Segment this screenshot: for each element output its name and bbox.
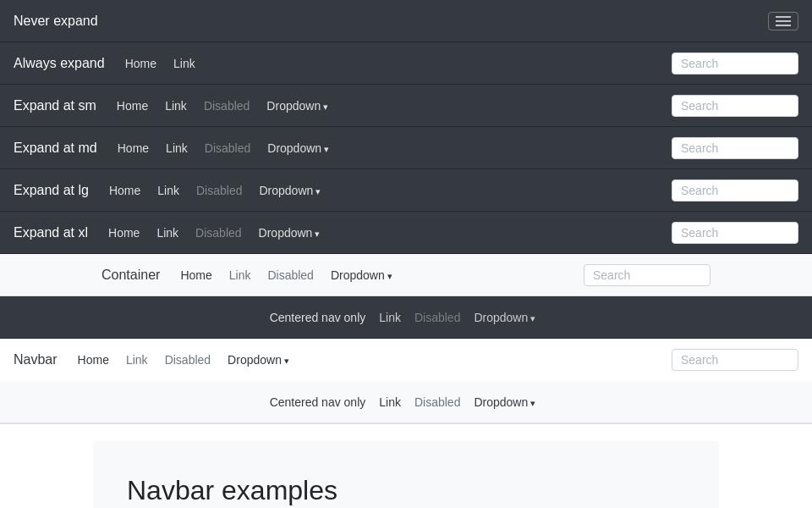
search-area-sm (672, 95, 798, 117)
search-area-md (672, 137, 798, 159)
search-area-xl (672, 222, 798, 244)
nav-link-sm[interactable]: Link (158, 94, 194, 118)
search-input-lg[interactable] (672, 179, 798, 202)
nav-links-xl: Home Link Disabled Dropdown (102, 221, 672, 245)
nav-disabled-md: Disabled (198, 136, 257, 160)
main-content: Navbar examples This example is a quick … (0, 441, 812, 508)
search-area-lg (672, 179, 798, 202)
nav-disabled-lg: Disabled (189, 179, 249, 202)
navbar-never-expand: Never expand (0, 0, 812, 42)
nav-links-white: Home Link Disabled Dropdown (71, 348, 672, 372)
nav-link-xl[interactable]: Link (150, 221, 185, 245)
nav-home-lg[interactable]: Home (102, 179, 147, 202)
nav-disabled-container: Disabled (261, 263, 320, 287)
centered-nav-link-dark[interactable]: Link (372, 306, 408, 329)
nav-home-sm[interactable]: Home (110, 94, 155, 118)
navbar-always-expand: Always expand Home Link (0, 42, 812, 85)
nav-link-md[interactable]: Link (159, 136, 195, 160)
white-section: Navbar Home Link Disabled Dropdown Cente… (0, 339, 812, 424)
search-input-white[interactable] (672, 349, 798, 371)
centered-nav-disabled-dark: Disabled (408, 306, 467, 329)
nav-disabled-sm: Disabled (197, 94, 256, 118)
nav-home-md[interactable]: Home (111, 136, 156, 160)
navbar-expand-lg: Expand at lg Home Link Disabled Dropdown (0, 169, 812, 212)
nav-disabled-white: Disabled (158, 348, 217, 372)
nav-dropdown-lg[interactable]: Dropdown (252, 179, 327, 202)
container-navbar: Container Home Link Disabled Dropdown (0, 254, 812, 296)
search-input-always[interactable] (672, 52, 798, 75)
search-area-container (584, 264, 710, 286)
navbar-brand-sm: Expand at sm (14, 98, 96, 113)
navbar-brand-always-expand: Always expand (14, 56, 105, 71)
white-navbar: Navbar Home Link Disabled Dropdown (0, 339, 812, 381)
navbar-brand-lg: Expand at lg (14, 183, 89, 198)
nav-link-always[interactable]: Link (167, 52, 202, 75)
centered-nav-dark: Centered nav only Link Disabled Dropdown (0, 296, 812, 339)
nav-home-white[interactable]: Home (71, 348, 116, 372)
centered-nav-dropdown-light[interactable]: Dropdown (467, 390, 542, 414)
white-nav-brand: Navbar (14, 352, 58, 367)
search-input-container[interactable] (584, 264, 710, 286)
nav-links-sm: Home Link Disabled Dropdown (110, 94, 672, 118)
nav-dropdown-sm[interactable]: Dropdown (260, 94, 335, 118)
nav-dropdown-white[interactable]: Dropdown (221, 348, 296, 372)
nav-link-white[interactable]: Link (119, 348, 155, 372)
centered-nav-dark-label: Centered nav only (270, 311, 366, 324)
nav-dropdown-container[interactable]: Dropdown (324, 263, 399, 287)
search-input-sm[interactable] (672, 95, 798, 117)
navbar-expand-sm: Expand at sm Home Link Disabled Dropdown (0, 85, 812, 127)
navbar-brand-md: Expand at md (14, 141, 97, 156)
nav-home-container[interactable]: Home (173, 263, 218, 287)
centered-nav-dropdown-dark[interactable]: Dropdown (467, 306, 542, 329)
container-inner: Container Home Link Disabled Dropdown (102, 263, 710, 287)
content-card: Navbar examples This example is a quick … (93, 441, 719, 508)
nav-links-lg: Home Link Disabled Dropdown (102, 179, 672, 202)
nav-dropdown-md[interactable]: Dropdown (261, 136, 336, 160)
content-title: Navbar examples (127, 475, 685, 506)
centered-nav-light: Centered nav only Link Disabled Dropdown (0, 381, 812, 423)
nav-links-container: Home Link Disabled Dropdown (173, 263, 584, 287)
navbar-brand-never-expand: Never expand (14, 14, 98, 29)
nav-home-always[interactable]: Home (118, 52, 163, 75)
container-brand: Container (102, 268, 160, 283)
nav-link-lg[interactable]: Link (151, 179, 186, 202)
search-input-xl[interactable] (672, 222, 798, 244)
navbar-expand-md: Expand at md Home Link Disabled Dropdown (0, 127, 812, 169)
search-area-always (672, 52, 798, 75)
search-input-md[interactable] (672, 137, 798, 159)
nav-disabled-xl: Disabled (189, 221, 248, 245)
navbar-brand-xl: Expand at xl (14, 225, 88, 240)
nav-home-xl[interactable]: Home (102, 221, 146, 245)
navbar-toggler-never-expand[interactable] (768, 12, 798, 30)
centered-nav-disabled-light: Disabled (408, 390, 467, 414)
centered-nav-link-light[interactable]: Link (372, 390, 408, 414)
centered-nav-light-label: Centered nav only (270, 395, 366, 409)
hamburger-icon (776, 16, 791, 26)
nav-dropdown-xl[interactable]: Dropdown (252, 221, 327, 245)
nav-link-container[interactable]: Link (222, 263, 258, 287)
nav-links-always-expand: Home Link (118, 52, 672, 75)
navbar-expand-xl: Expand at xl Home Link Disabled Dropdown (0, 212, 812, 254)
nav-links-md: Home Link Disabled Dropdown (111, 136, 672, 160)
search-area-white (672, 349, 798, 371)
